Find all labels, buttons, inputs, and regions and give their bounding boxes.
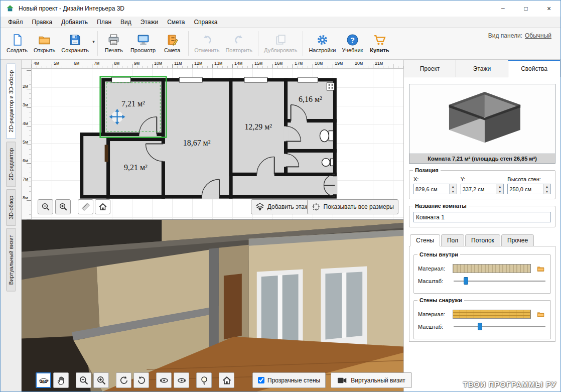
tab-3d-view[interactable]: 3D-обзор [6, 189, 16, 226]
plan-canvas[interactable]: 7,21 м² 18,67 м² 12,29 м² 6,16 м² 9,21 м… [32, 69, 403, 219]
save-dropdown-caret-icon[interactable]: ▾ [92, 39, 95, 44]
spin-down-icon[interactable]: ▼ [496, 189, 503, 194]
zoom-out-2d-button[interactable] [38, 199, 53, 214]
room-area-label: 18,67 м² [183, 139, 211, 147]
ruler-label: 18м [315, 61, 323, 66]
zoom-out-icon [41, 202, 50, 211]
measure-ruler-button[interactable] [78, 199, 93, 214]
buy-button[interactable]: Купить [366, 29, 393, 58]
minimize-button[interactable]: − [491, 1, 514, 17]
menu-add[interactable]: Добавить [57, 17, 92, 27]
tab-2d-editor[interactable]: 2D-редактор [6, 142, 16, 187]
virtual-visit-label: Виртуальный визит [351, 377, 405, 384]
tutorial-button[interactable]: ? Учебник [339, 29, 366, 58]
3d-toolbar: 360 Прозрачные стены [36, 372, 412, 388]
inner-scale-slider[interactable] [453, 277, 546, 285]
zoom-in-3d-button[interactable] [93, 372, 109, 388]
video-camera-icon [337, 377, 347, 384]
tab-2d-and-3d[interactable]: 2D-редактор и 3D-обзор [6, 64, 16, 139]
add-floor-button[interactable]: Добавить этаж [251, 199, 313, 214]
transparent-walls-label: Прозрачные стены [267, 377, 320, 384]
mode-360-button[interactable]: 360 [36, 372, 51, 388]
ruler-label: 8м [23, 195, 28, 200]
inner-material-swatch[interactable] [453, 264, 531, 273]
close-button[interactable]: × [537, 1, 560, 17]
home-icon [98, 202, 107, 211]
spin-up-icon[interactable]: ▲ [543, 184, 550, 189]
menu-estimate[interactable]: Смета [163, 17, 189, 27]
room-name-input[interactable] [413, 212, 551, 222]
y-input[interactable] [461, 184, 496, 194]
toolbar-separator [188, 31, 189, 56]
monitor-icon [137, 34, 150, 46]
virtual-visit-button[interactable]: Виртуальный визит [331, 372, 412, 388]
home-3d-button[interactable] [219, 372, 234, 388]
save-button[interactable]: Сохранить ▾ [58, 29, 95, 58]
menu-view[interactable]: Вид [116, 17, 136, 27]
rotate-ccw-button[interactable] [116, 372, 131, 388]
zoom-out-3d-button[interactable] [76, 372, 91, 388]
outer-scale-slider[interactable] [453, 322, 546, 331]
svg-text:?: ? [350, 36, 355, 44]
hallway-right[interactable] [231, 174, 335, 197]
show-dimensions-button[interactable]: Показывать все размеры [307, 199, 398, 214]
outer-material-swatch[interactable] [453, 310, 531, 319]
buy-label: Купить [370, 47, 389, 53]
estimate-button[interactable]: Смета [159, 29, 186, 58]
inner-material-browse-button[interactable] [534, 264, 546, 273]
y-spinner: ▲▼ [461, 184, 504, 194]
menu-floors[interactable]: Этажи [136, 17, 163, 27]
tab-ceiling[interactable]: Потолок [465, 234, 500, 246]
lighting-button[interactable] [196, 372, 212, 388]
open-button[interactable]: Открыть [31, 29, 58, 58]
pan-hand-button[interactable] [53, 372, 69, 388]
orbit-left-button[interactable] [156, 372, 172, 388]
menu-file[interactable]: Файл [4, 17, 28, 27]
rotate-cw-button[interactable] [133, 372, 149, 388]
spin-up-icon[interactable]: ▲ [450, 184, 457, 189]
tab-properties[interactable]: Свойства [508, 60, 560, 77]
slider-track[interactable] [454, 326, 545, 327]
settings-button[interactable]: Настройки [306, 29, 339, 58]
tab-virtual-visit[interactable]: Виртуальный визит [6, 228, 16, 292]
rotate-ccw-icon [119, 375, 129, 385]
menu-edit[interactable]: Правка [28, 17, 57, 27]
redo-arrow-icon [233, 34, 245, 46]
spin-down-icon[interactable]: ▼ [450, 189, 457, 194]
spin-up-icon[interactable]: ▲ [496, 184, 503, 189]
tab-other[interactable]: Прочее [501, 234, 534, 246]
x-input[interactable] [414, 184, 449, 194]
menu-plan[interactable]: План [92, 17, 116, 27]
preview-button[interactable]: Просмотр [127, 29, 159, 58]
home-2d-button[interactable] [95, 199, 110, 214]
window-title: Новый проект - Дизайн Интерьера 3D [19, 5, 124, 12]
zoom-in-2d-button[interactable] [55, 199, 71, 214]
gear-icon [316, 34, 329, 46]
create-button[interactable]: Создать [4, 29, 31, 58]
tab-project[interactable]: Проект [404, 60, 456, 77]
panel-view-value-link[interactable]: Обычный [525, 32, 551, 39]
ruler-label: 5м [54, 61, 59, 66]
slider-thumb[interactable] [478, 323, 482, 330]
maximize-button[interactable]: □ [514, 1, 537, 17]
outer-material-browse-button[interactable] [534, 310, 546, 319]
tab-walls[interactable]: Стены [410, 234, 440, 246]
slider-thumb[interactable] [464, 277, 468, 285]
vertical-ruler: 2м 3м 4м 5м 6м 7м 8м [22, 69, 32, 219]
tab-floor[interactable]: Пол [441, 234, 464, 246]
ruler-label: 9м [134, 61, 139, 66]
estimate-notebook-icon [166, 34, 179, 46]
orbit-right-button[interactable] [174, 372, 189, 388]
undo-label: Отменить [194, 47, 219, 53]
spin-down-icon[interactable]: ▼ [543, 189, 550, 194]
print-button[interactable]: Печать [100, 29, 127, 58]
preview-label: Просмотр [130, 47, 156, 53]
3d-scene[interactable] [22, 220, 403, 391]
outer-material-label: Материал: [418, 311, 449, 317]
tab-floors[interactable]: Этажи [456, 60, 508, 77]
floor-plan[interactable]: 7,21 м² 18,67 м² 12,29 м² 6,16 м² 9,21 м… [32, 69, 403, 219]
menu-help[interactable]: Справка [189, 17, 222, 27]
transparent-walls-checkbox[interactable] [258, 377, 264, 383]
wall-height-input[interactable] [508, 184, 543, 194]
redo-button: Повторить [222, 29, 255, 58]
